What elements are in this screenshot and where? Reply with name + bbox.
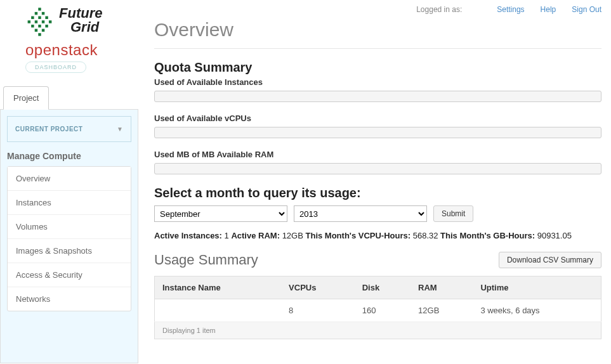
svg-rect-8 [42, 20, 44, 23]
select-month-heading: Select a month to query its usage: [154, 186, 601, 200]
sidebar-item-overview[interactable]: Overview [8, 167, 131, 191]
svg-rect-4 [38, 16, 41, 19]
cell-disk: 160 [355, 299, 411, 322]
svg-rect-9 [49, 20, 51, 23]
cell-uptime: 3 weeks, 6 days [473, 299, 601, 322]
svg-rect-13 [35, 29, 37, 32]
usage-summary-title: Usage Summary [154, 252, 258, 268]
current-project-label: CURRENT PROJECT [15, 126, 82, 133]
link-signout[interactable]: Sign Out [572, 5, 601, 14]
sidebar-item-networks[interactable]: Networks [8, 287, 131, 311]
futuregrid-tree-icon [25, 6, 54, 38]
divider [154, 48, 601, 49]
tab-project[interactable]: Project [3, 86, 49, 110]
quota-summary-heading: Quota Summary [154, 60, 601, 75]
svg-rect-11 [38, 25, 41, 27]
svg-rect-0 [38, 8, 41, 10]
page-title: Overview [154, 19, 601, 41]
col-ram[interactable]: RAM [411, 276, 473, 299]
svg-rect-14 [42, 29, 44, 32]
quota-instances-bar [154, 91, 601, 102]
svg-rect-5 [45, 16, 48, 19]
chevron-down-icon: ▼ [117, 126, 123, 133]
svg-rect-1 [35, 12, 37, 15]
link-help[interactable]: Help [541, 5, 556, 14]
svg-rect-12 [45, 25, 48, 27]
section-manage-compute: Manage Compute [7, 151, 131, 161]
sidebar-item-instances[interactable]: Instances [8, 191, 131, 215]
svg-rect-15 [38, 33, 41, 36]
svg-rect-6 [28, 20, 30, 23]
svg-rect-3 [31, 16, 34, 19]
logo-area: Future Grid openstack DASHBOARD [0, 0, 138, 82]
sidebar-item-access-security[interactable]: Access & Security [8, 263, 131, 287]
month-select[interactable]: September [154, 205, 287, 222]
svg-rect-2 [42, 12, 44, 15]
quota-instances-label: Used of Available Instances [154, 77, 601, 87]
usage-table: Instance Name VCPUs Disk RAM Uptime 8 16… [154, 276, 601, 339]
table-row: 8 160 12GB 3 weeks, 6 days [155, 299, 601, 322]
svg-rect-10 [31, 25, 34, 27]
current-project-dropdown[interactable]: CURRENT PROJECT ▼ [7, 116, 131, 142]
quota-ram-label: Used MB of MB Available RAM [154, 150, 601, 159]
col-vcpus[interactable]: VCPUs [281, 276, 355, 299]
col-disk[interactable]: Disk [355, 276, 411, 299]
year-select[interactable]: 2013 [294, 205, 427, 222]
quota-vcpus-bar [154, 127, 601, 138]
svg-rect-7 [35, 20, 37, 23]
dashboard-badge: DASHBOARD [25, 62, 86, 73]
cell-ram: 12GB [411, 299, 473, 322]
sidebar-item-images-snapshots[interactable]: Images & Snapshots [8, 239, 131, 263]
cell-vcpus: 8 [281, 299, 355, 322]
table-footer: Displaying 1 item [155, 322, 601, 339]
col-instance-name[interactable]: Instance Name [155, 276, 282, 299]
logged-in-label: Logged in as: [416, 5, 462, 14]
brand-line1: Future [59, 6, 102, 20]
stats-line: Active Instances: 1 Active RAM: 12GB Thi… [154, 231, 601, 240]
col-uptime[interactable]: Uptime [473, 276, 601, 299]
quota-vcpus-label: Used of Available vCPUs [154, 114, 601, 123]
sidebar-item-volumes[interactable]: Volumes [8, 215, 131, 239]
quota-ram-bar [154, 163, 601, 174]
download-csv-button[interactable]: Download CSV Summary [499, 252, 601, 268]
brand-line2: Grid [70, 20, 102, 34]
openstack-text: openstack [25, 41, 138, 59]
cell-instance-name [155, 299, 282, 322]
link-settings[interactable]: Settings [497, 5, 524, 14]
submit-button[interactable]: Submit [433, 205, 473, 222]
